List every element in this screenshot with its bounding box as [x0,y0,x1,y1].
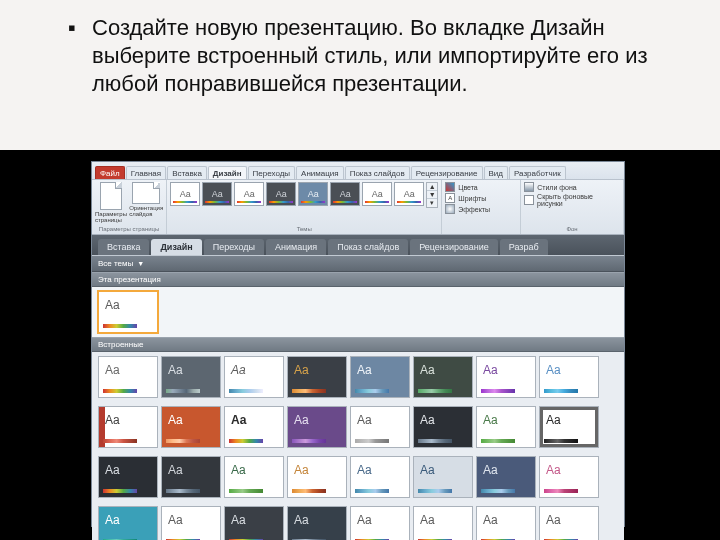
theme-cell[interactable]: Aa [350,356,410,398]
theme-cell[interactable]: Aa [98,406,158,448]
colors-button[interactable]: Цвета [445,182,517,192]
section-this-presentation: Эта презентация [92,272,624,287]
tab-transitions[interactable]: Переходы [248,166,296,179]
theme-row: AaAaAaAaAaAaAaAa [92,502,624,540]
theme-cell[interactable]: Aa [224,456,284,498]
subtab-develop[interactable]: Разраб [500,239,548,255]
theme-cell[interactable]: Aa [161,356,221,398]
bullet-text: Создайте новую презентацию. Во вкладке Д… [92,14,668,98]
all-themes-dropdown[interactable]: Все темы▼ [92,256,624,272]
bullet-item: ▪ Создайте новую презентацию. Во вкладке… [68,14,668,98]
tab-review[interactable]: Рецензирование [411,166,483,179]
theme-cell[interactable]: Aa [413,356,473,398]
theme-cell[interactable]: Aa [287,506,347,540]
tab-insert[interactable]: Вставка [167,166,207,179]
theme-cell[interactable]: Aa [413,456,473,498]
theme-thumb[interactable]: Aa [298,182,328,206]
effects-button[interactable]: Эффекты [445,204,517,214]
tab-developer[interactable]: Разработчик [509,166,566,179]
theme-cell[interactable]: Aa [98,356,158,398]
theme-cell[interactable]: Aa [539,506,599,540]
theme-cell[interactable]: Aa [476,356,536,398]
orientation-icon[interactable] [132,182,160,204]
theme-grid: AaAaAaAaAaAaAaAaAaAaAaAaAaAaAaAaAaAaAaAa… [92,352,624,540]
theme-cell[interactable]: Aa [224,406,284,448]
subtab-insert[interactable]: Вставка [98,239,149,255]
theme-row: AaAaAaAaAaAaAaAa [92,452,624,502]
page-group-caption: Параметры страницы [95,226,163,232]
theme-cell[interactable]: Aa [539,406,599,448]
subtab-slideshow[interactable]: Показ слайдов [328,239,408,255]
tab-animation[interactable]: Анимация [296,166,344,179]
theme-cell[interactable]: Aa [287,406,347,448]
theme-cell[interactable]: Aa [224,506,284,540]
section-built-in: Встроенные [92,337,624,352]
theme-thumb[interactable]: Aa [234,182,264,206]
theme-thumb[interactable]: Aa [170,182,200,206]
slide: ▪ Создайте новую презентацию. Во вкладке… [0,0,720,540]
chevron-down-icon: ▼ [137,260,144,267]
page-setup-icon[interactable] [100,182,122,210]
theme-cell[interactable]: Aa [161,506,221,540]
theme-cell[interactable]: Aa [476,406,536,448]
hide-bg-checkbox[interactable]: Скрыть фоновые рисунки [524,193,620,207]
theme-cell[interactable]: Aa [287,456,347,498]
theme-cell[interactable]: Aa [161,406,221,448]
theme-cell[interactable]: Aa [161,456,221,498]
theme-cell[interactable]: Aa [98,506,158,540]
powerpoint-window: Файл Главная Вставка Дизайн Переходы Ани… [91,161,625,527]
fonts-button[interactable]: AШрифты [445,193,517,203]
theme-cell[interactable]: Aa [413,406,473,448]
theme-cell[interactable]: Aa [539,456,599,498]
theme-thumb[interactable]: Aa [362,182,392,206]
theme-cell[interactable]: Aa [98,456,158,498]
theme-cell-current[interactable]: Aa [98,291,158,333]
theme-cell[interactable]: Aa [413,506,473,540]
theme-cell[interactable]: Aa [476,506,536,540]
theme-row: AaAaAaAaAaAaAaAa [92,402,624,452]
theme-cell[interactable]: Aa [539,356,599,398]
themes-group-caption: Темы [170,226,438,232]
orientation-label: Ориентация слайдов [129,205,163,217]
themes-gallery-panel: Все темы▼ Эта презентация Aa Встроенные … [92,255,624,540]
bg-caption: Фон [524,226,620,232]
group-theme-variants: Цвета AШрифты Эффекты Темы [442,180,521,234]
tab-view[interactable]: Вид [484,166,508,179]
subtab-transitions[interactable]: Переходы [204,239,264,255]
theme-cell[interactable]: Aa [350,456,410,498]
ribbon-tabstrip: Файл Главная Вставка Дизайн Переходы Ани… [92,162,624,180]
page-setup-label: Параметры страницы [95,211,127,223]
theme-thumb[interactable]: Aa [394,182,424,206]
subtab-animation[interactable]: Анимация [266,239,326,255]
bg-styles-button[interactable]: Стили фона [524,182,620,192]
group-themes: Aa Aa Aa Aa Aa Aa Aa Aa ▲ ▼ ▾ Темы [167,180,442,234]
secondary-tabstrip: Вставка Дизайн Переходы Анимация Показ с… [92,235,624,255]
theme-row-current: Aa [92,287,624,337]
theme-cell[interactable]: Aa [224,356,284,398]
subtab-review[interactable]: Рецензирование [410,239,498,255]
themes-more-button[interactable]: ▲ ▼ ▾ [426,182,438,208]
theme-cell[interactable]: Aa [350,406,410,448]
group-background: Стили фона Скрыть фоновые рисунки Фон [521,180,624,234]
tab-home[interactable]: Главная [126,166,166,179]
theme-row: AaAaAaAaAaAaAaAa [92,352,624,402]
theme-thumb[interactable]: Aa [202,182,232,206]
subtab-design[interactable]: Дизайн [151,239,201,255]
theme-cell[interactable]: Aa [476,456,536,498]
theme-thumb[interactable]: Aa [266,182,296,206]
tab-design[interactable]: Дизайн [208,166,247,179]
theme-cell[interactable]: Aa [287,356,347,398]
ribbon-body: Параметры страницы Ориентация слайдов Па… [92,180,624,235]
bullet-marker: ▪ [68,14,92,98]
theme-thumb[interactable]: Aa [330,182,360,206]
tab-slideshow[interactable]: Показ слайдов [345,166,410,179]
tab-file[interactable]: Файл [95,166,125,179]
group-page-setup: Параметры страницы Ориентация слайдов Па… [92,180,167,234]
theme-cell[interactable]: Aa [350,506,410,540]
